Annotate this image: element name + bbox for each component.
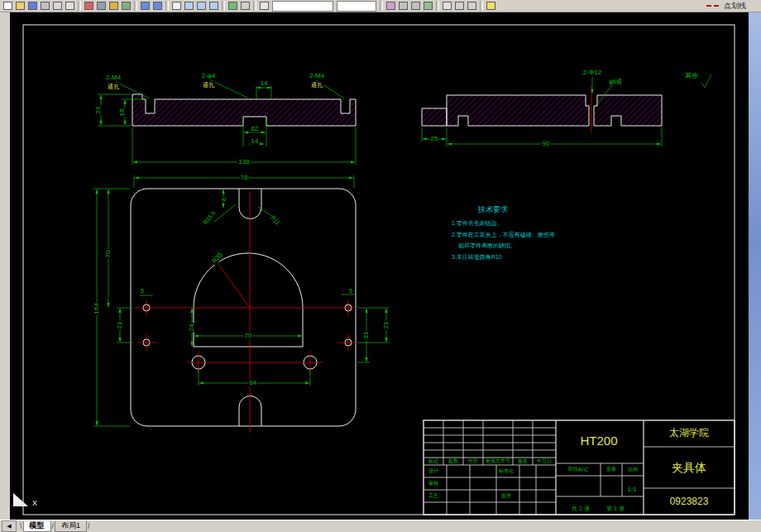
plot-preview-icon[interactable] [51,1,63,11]
text-style-glyph [399,2,408,10]
cut-glyph [84,2,93,10]
ortho-icon[interactable] [466,1,477,11]
linetype-control[interactable]: 点划线 [706,1,746,12]
color-control-dropdown[interactable] [337,1,376,12]
properties-icon[interactable] [422,1,433,11]
pan-glyph [172,2,181,10]
help-glyph [486,2,495,10]
toolbar-separator [134,1,137,11]
tab-separator: / [52,522,55,530]
redo-glyph [153,2,162,10]
grid-glyph [455,2,464,10]
title-block-grid [424,420,735,515]
properties-glyph [424,2,433,10]
layers-icon[interactable] [258,1,270,11]
grid-icon[interactable] [453,1,465,11]
zoom-window-icon[interactable] [195,1,207,11]
layout-tabbar: ◀ \模型/布局1/ [0,520,761,532]
zoom-realtime-glyph [184,2,194,10]
toolbar-separator [480,1,483,11]
linetype-sample-icon [706,5,721,7]
layout-tabs: \模型/布局1/ [19,521,91,532]
open-file-icon[interactable] [14,1,26,11]
dim-style-glyph [411,2,420,10]
plot-glyph [41,2,50,10]
plot-preview-glyph [53,2,62,10]
paste-icon[interactable] [108,1,119,11]
match-properties-glyph [122,2,131,10]
save-icon[interactable] [26,1,38,11]
section-view-left [98,80,356,165]
pan-icon[interactable] [170,1,182,11]
toolbar-icons [2,1,497,12]
publish-glyph [65,2,74,10]
linetype-label: 点划线 [724,1,746,12]
linetype-manager-icon[interactable] [385,1,396,11]
redraw-glyph [241,2,250,10]
layers-glyph [260,2,269,10]
text-style-icon[interactable] [397,1,409,11]
toolbar-separator [165,1,169,11]
toolbar-separator [222,1,225,11]
surface-finish-icon [701,74,711,88]
save-glyph [28,2,37,10]
drawing-canvas[interactable]: .w{stroke:#f0f0f0;fill:none;stroke-width… [10,12,749,520]
open-file-glyph [16,2,25,10]
match-properties-icon[interactable] [120,1,132,11]
zoom-window-glyph [197,2,206,10]
linetype-manager-glyph [386,2,395,10]
help-icon[interactable] [485,1,496,11]
vertical-scrollbar[interactable] [749,12,761,520]
top-toolbar: 点划线 [0,0,761,12]
new-file-glyph [3,2,12,10]
dim-style-icon[interactable] [409,1,421,11]
ortho-glyph [467,2,476,10]
tab-separator: / [88,522,90,530]
new-file-icon[interactable] [2,1,13,11]
toolbar-separator [436,1,439,11]
plan-view [93,175,390,433]
zoom-realtime-icon[interactable] [183,1,194,11]
ucs-icon [13,493,28,506]
tab-model[interactable]: 模型 [23,521,51,532]
redraw-icon[interactable] [239,1,251,11]
distance-icon[interactable] [227,1,238,11]
copy-icon[interactable] [95,1,107,11]
distance-glyph [228,2,237,10]
plot-icon[interactable] [39,1,50,11]
undo-glyph [141,2,150,10]
redo-icon[interactable] [151,1,163,11]
paste-glyph [109,2,118,10]
toolbar-separator [253,1,256,11]
copy-glyph [97,2,106,10]
toolbar-separator [78,1,81,11]
cad-drawing-svg: .w{stroke:#f0f0f0;fill:none;stroke-width… [10,12,749,520]
cut-icon[interactable] [83,1,94,11]
undo-icon[interactable] [139,1,151,11]
toolbar-separator [380,1,383,11]
osnap-glyph [443,2,452,10]
tab-layout1[interactable]: 布局1 [55,521,87,532]
zoom-previous-glyph [209,2,218,10]
tab-separator: \ [20,522,22,530]
section-view-right [422,74,711,146]
tab-scroll-button[interactable]: ◀ [2,520,17,532]
publish-icon[interactable] [64,1,75,11]
osnap-icon[interactable] [441,1,452,11]
zoom-previous-icon[interactable] [208,1,219,11]
layer-control-dropdown[interactable] [272,1,333,12]
